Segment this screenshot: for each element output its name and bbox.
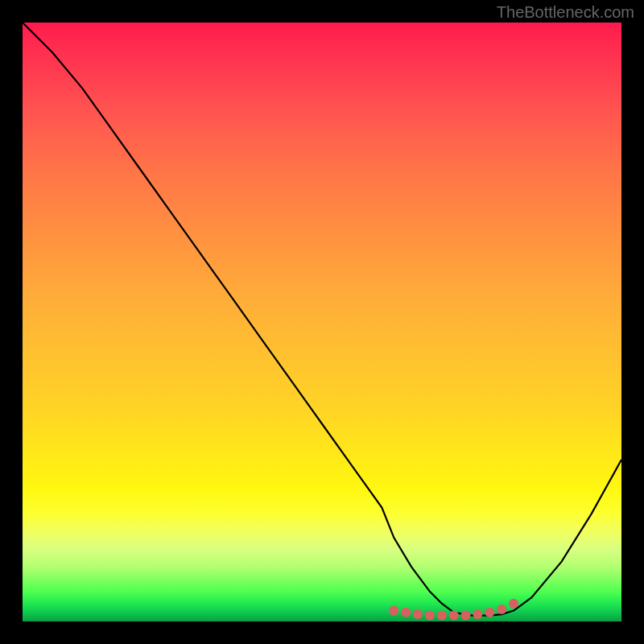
optimal-marker-dot: [461, 611, 471, 621]
watermark-text: TheBottleneck.com: [497, 3, 634, 22]
optimal-marker-dot: [509, 599, 518, 609]
optimal-marker-dot: [389, 606, 398, 616]
optimal-marker-dot: [485, 608, 494, 617]
optimal-marker-dot: [425, 611, 435, 621]
optimal-marker-dot: [497, 605, 506, 614]
optimal-marker-dot: [473, 609, 482, 619]
chart-svg: [23, 23, 621, 621]
optimal-marker-dot: [437, 611, 447, 621]
optimal-marker-dot: [413, 609, 423, 619]
chart-plot-area: [23, 23, 621, 621]
optimal-range-markers: [389, 599, 518, 621]
optimal-marker-dot: [401, 608, 411, 617]
bottleneck-curve-line: [23, 23, 621, 616]
optimal-marker-dot: [449, 611, 459, 621]
